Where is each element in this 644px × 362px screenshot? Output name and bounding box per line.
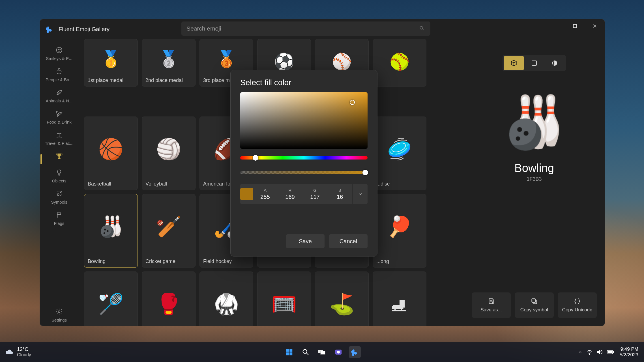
channel-r-label: R bbox=[289, 188, 292, 193]
detail-emoji-preview: 🎳 bbox=[497, 91, 571, 153]
channel-b[interactable]: B 16 bbox=[327, 184, 352, 204]
emoji-card[interactable]: 🏏Cricket game bbox=[142, 194, 196, 268]
save-button[interactable]: Save bbox=[286, 234, 325, 248]
taskbar-app-current[interactable] bbox=[349, 346, 361, 358]
sidebar-item-people[interactable]: People & Bo... bbox=[40, 64, 78, 85]
taskbar-search-button[interactable] bbox=[300, 346, 312, 358]
search-input[interactable] bbox=[186, 25, 419, 32]
sidebar-item-label: Settings bbox=[41, 318, 77, 322]
view-flat-button[interactable] bbox=[524, 56, 544, 70]
sidebar-item-symbols[interactable]: Symbols bbox=[40, 187, 78, 208]
emoji-card[interactable]: 🎳Bowling bbox=[84, 194, 138, 268]
pizza-icon bbox=[55, 109, 63, 118]
color-mode-dropdown[interactable] bbox=[352, 184, 368, 204]
sidebar-item-travel[interactable]: Travel & Plac... bbox=[40, 128, 78, 149]
emoji-card[interactable]: 🥏...disc bbox=[373, 117, 426, 190]
weather-condition: Cloudy bbox=[17, 352, 31, 357]
alpha-thumb[interactable] bbox=[362, 170, 368, 175]
emoji-glyph: ⛸ bbox=[389, 275, 410, 326]
emoji-glyph: 🎳 bbox=[98, 197, 124, 256]
hue-thumb[interactable] bbox=[253, 155, 258, 161]
channel-r-value: 169 bbox=[285, 194, 295, 200]
emoji-card[interactable]: 🥈2nd place medal bbox=[142, 39, 196, 87]
close-button[interactable] bbox=[585, 19, 605, 33]
start-button[interactable] bbox=[283, 346, 295, 358]
clock-date: 5/2/2023 bbox=[620, 352, 638, 358]
emoji-card[interactable]: 🥊Boxing glove bbox=[142, 272, 196, 326]
sidebar-item-animals[interactable]: Animals & N... bbox=[40, 85, 78, 107]
svg-point-21 bbox=[303, 350, 307, 354]
sidebar-item-food[interactable]: Food & Drink bbox=[40, 107, 78, 128]
svg-rect-3 bbox=[574, 25, 577, 28]
search-bar[interactable] bbox=[181, 21, 430, 36]
sidebar-item-smileys[interactable]: Smileys & E... bbox=[40, 43, 78, 64]
emoji-card[interactable]: ⛸Ice skate bbox=[373, 272, 426, 326]
braces-icon bbox=[574, 298, 581, 305]
svg-rect-13 bbox=[532, 61, 536, 65]
sidebar-item-label: Travel & Plac... bbox=[41, 141, 77, 146]
taskbar-weather[interactable]: 12°C Cloudy bbox=[5, 347, 31, 357]
svg-rect-16 bbox=[532, 299, 535, 302]
emoji-glyph: 🏀 bbox=[98, 120, 124, 179]
hue-slider[interactable] bbox=[240, 156, 368, 160]
emoji-card[interactable]: 🏀Basketball bbox=[84, 117, 138, 190]
detail-panel: 🎳 Bowling 1F3B3 Save as... Copy symbol bbox=[468, 42, 601, 322]
save-button-label: Save bbox=[299, 238, 312, 245]
leaf-icon bbox=[55, 88, 63, 97]
battery-icon[interactable] bbox=[607, 350, 614, 354]
emoji-card[interactable]: 🥅Goal net bbox=[257, 272, 311, 326]
emoji-card[interactable]: 🏐Volleyball bbox=[142, 117, 196, 190]
emoji-card[interactable]: 🥎 bbox=[373, 39, 426, 87]
task-view-button[interactable] bbox=[316, 346, 328, 358]
cancel-button[interactable]: Cancel bbox=[329, 234, 368, 248]
maximize-button[interactable] bbox=[565, 19, 585, 33]
volume-icon[interactable] bbox=[596, 349, 603, 355]
taskbar-clock[interactable]: 9:49 PM 5/2/2023 bbox=[620, 346, 638, 358]
saturation-value-area[interactable] bbox=[240, 92, 368, 149]
channel-r[interactable]: R 169 bbox=[278, 184, 302, 204]
view-toggle-group bbox=[503, 55, 566, 71]
minimize-button[interactable] bbox=[545, 19, 565, 33]
dialog-buttons: Save Cancel bbox=[240, 226, 368, 248]
wifi-icon[interactable] bbox=[586, 349, 593, 355]
system-tray[interactable] bbox=[578, 349, 614, 355]
emoji-glyph: 🏸 bbox=[98, 275, 124, 326]
emoji-card[interactable]: 🏸Badminton bbox=[84, 272, 138, 326]
taskbar-app-teams[interactable] bbox=[332, 346, 344, 358]
sidebar-item-objects[interactable]: Objects bbox=[40, 165, 78, 187]
sidebar-item-label: Objects bbox=[41, 178, 77, 183]
weather-icon bbox=[5, 348, 14, 356]
channel-b-value: 16 bbox=[337, 194, 343, 200]
channel-a[interactable]: A 255 bbox=[253, 184, 278, 204]
view-contrast-button[interactable] bbox=[544, 56, 565, 70]
view-3d-button[interactable] bbox=[504, 56, 524, 70]
svg-line-1 bbox=[423, 29, 424, 30]
app-logo-icon bbox=[46, 25, 53, 33]
emoji-card[interactable]: 🏓...ong bbox=[373, 194, 426, 268]
copy-symbol-button[interactable]: Copy symbol bbox=[515, 292, 554, 318]
tray-chevron-icon[interactable] bbox=[578, 350, 582, 354]
emoji-glyph: 🥅 bbox=[271, 275, 297, 326]
emoji-glyph: 🥎 bbox=[389, 42, 410, 81]
channel-b-label: B bbox=[338, 188, 341, 193]
sidebar-item-activities[interactable] bbox=[40, 149, 78, 165]
svg-rect-24 bbox=[321, 351, 325, 354]
emoji-card[interactable]: 🥋Martial arts... bbox=[199, 272, 253, 326]
sidebar-item-label: Symbols bbox=[41, 200, 77, 204]
app-title: Fluent Emoji Gallery bbox=[59, 26, 110, 33]
save-as-button[interactable]: Save as... bbox=[472, 292, 511, 318]
channel-g[interactable]: G 117 bbox=[302, 184, 327, 204]
emoji-card[interactable]: 🥇1st place medal bbox=[84, 39, 138, 87]
person-icon bbox=[55, 67, 63, 76]
taskbar[interactable]: 12°C Cloudy 9:49 PM 5/2/2023 bbox=[0, 342, 644, 362]
emoji-glyph: 🥋 bbox=[214, 275, 239, 326]
sidebar-item-settings[interactable]: Settings bbox=[40, 305, 78, 326]
emoji-card[interactable]: ⛳Flag in hole bbox=[315, 272, 369, 326]
copy-unicode-button[interactable]: Copy Unicode bbox=[558, 292, 597, 318]
svg-rect-19 bbox=[286, 352, 289, 355]
copy-symbol-label: Copy symbol bbox=[520, 307, 548, 313]
sv-thumb[interactable] bbox=[350, 100, 355, 105]
alpha-slider[interactable] bbox=[240, 171, 368, 174]
sidebar-item-flags[interactable]: Flags bbox=[40, 208, 78, 229]
detail-name: Bowling bbox=[514, 162, 554, 174]
